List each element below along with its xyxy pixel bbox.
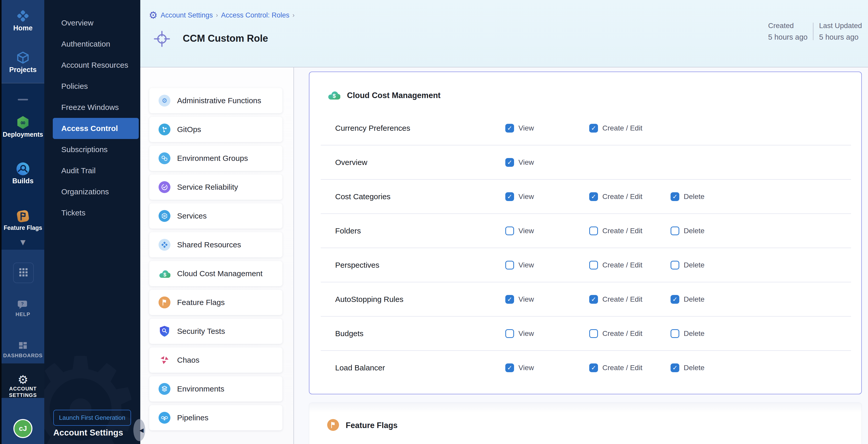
feature-flags-icon xyxy=(16,209,30,224)
checkbox-checked[interactable]: ✓ xyxy=(589,192,598,201)
checkbox-checked[interactable]: ✓ xyxy=(589,124,598,132)
rail-item-label: Builds xyxy=(2,177,44,185)
resource-card-pipelines[interactable]: Pipelines xyxy=(149,405,282,431)
breadcrumb-link-account-settings[interactable]: Account Settings xyxy=(161,11,213,19)
grid-icon xyxy=(18,267,29,279)
sidebar-item-freeze-windows[interactable]: Freeze Windows xyxy=(44,97,140,118)
svg-text:∞: ∞ xyxy=(20,119,26,126)
sidebar-item-audit-trail[interactable]: Audit Trail xyxy=(44,160,140,181)
checkbox-unchecked[interactable] xyxy=(671,261,679,269)
rail-item-feature-flags[interactable]: Feature Flags xyxy=(2,209,44,231)
resource-card-service-reliability[interactable]: Service Reliability xyxy=(149,175,282,200)
resource-card-environments[interactable]: Environments xyxy=(149,376,282,402)
resource-label: GitOps xyxy=(177,125,201,134)
svg-text:?: ? xyxy=(21,302,24,306)
checkbox-label: View xyxy=(519,158,534,166)
sidebar-item-overview[interactable]: Overview xyxy=(44,12,140,33)
checkbox-checked[interactable]: ✓ xyxy=(589,363,598,372)
permission-row-overview: Overview✓View xyxy=(321,146,851,180)
sidebar-collapse-button[interactable]: ◀ xyxy=(133,419,145,441)
permission-row-folders: FoldersViewCreate / EditDelete xyxy=(321,214,851,248)
resource-card-environment-groups[interactable]: Environment Groups xyxy=(149,146,282,171)
breadcrumb-link-access-control-roles[interactable]: Access Control: Roles xyxy=(221,11,289,19)
permission-cell-delete: Delete xyxy=(671,261,705,269)
resource-card-chaos[interactable]: Chaos xyxy=(149,347,282,373)
rail-item-account-settings[interactable]: ⚙ ACCOUNT SETTINGS xyxy=(2,374,44,399)
resource-card-gitops[interactable]: GitOps xyxy=(149,117,282,142)
pipelines-icon xyxy=(159,412,170,424)
rail-item-dashboards[interactable]: DASHBOARDS xyxy=(2,340,44,358)
permission-cell-create-edit: Create / Edit xyxy=(589,329,643,338)
sidebar-menu: OverviewAuthenticationAccount ResourcesP… xyxy=(44,12,140,223)
checkbox-checked[interactable]: ✓ xyxy=(505,192,514,201)
rail-item-deployments[interactable]: ∞ Deployments xyxy=(2,115,44,138)
checkbox-checked[interactable]: ✓ xyxy=(671,192,679,201)
resource-label: Services xyxy=(177,212,207,220)
avatar[interactable]: cJ xyxy=(13,419,32,438)
builds-icon xyxy=(16,162,30,177)
checkbox-label: View xyxy=(519,124,534,132)
permission-cell-delete: ✓Delete xyxy=(671,192,705,201)
rail-item-help[interactable]: ? HELP xyxy=(2,299,44,317)
rail-item-label: Projects xyxy=(2,66,44,74)
sidebar-item-account-resources[interactable]: Account Resources xyxy=(44,55,140,76)
resource-label: Environments xyxy=(177,385,224,393)
launch-first-generation-button[interactable]: Launch First Generation xyxy=(53,410,131,426)
rail-item-builds[interactable]: Builds xyxy=(2,162,44,185)
avatar-initials: cJ xyxy=(19,424,27,433)
checkbox-checked[interactable]: ✓ xyxy=(505,124,514,132)
permission-cell-delete: Delete xyxy=(671,329,705,338)
rail-item-label: Feature Flags xyxy=(2,224,44,231)
sidebar-item-subscriptions[interactable]: Subscriptions xyxy=(44,139,140,160)
checkbox-checked[interactable]: ✓ xyxy=(505,363,514,372)
checkbox-unchecked[interactable] xyxy=(671,329,679,338)
resource-list: ⚙Administrative FunctionsGitOpsEnvironme… xyxy=(149,88,282,434)
permission-cell-create-edit: ✓Create / Edit xyxy=(589,295,643,304)
sidebar-item-access-control[interactable]: Access Control xyxy=(53,118,139,139)
chevron-down-icon[interactable]: ▼ xyxy=(2,239,44,246)
rail-item-projects[interactable]: Projects xyxy=(2,51,44,74)
checkbox-unchecked[interactable] xyxy=(589,261,598,269)
checkbox-checked[interactable]: ✓ xyxy=(671,363,679,372)
resource-card-feature-flags[interactable]: Feature Flags xyxy=(149,290,282,315)
sidebar-item-tickets[interactable]: Tickets xyxy=(44,202,140,223)
svg-text:⚙: ⚙ xyxy=(162,97,167,104)
admin-gear-icon: ⚙ xyxy=(159,95,170,106)
permission-cell-create-edit: ✓Create / Edit xyxy=(589,192,643,201)
projects-icon xyxy=(16,51,30,66)
checkbox-unchecked[interactable] xyxy=(671,226,679,235)
meta-divider xyxy=(813,23,813,40)
sidebar-item-organizations[interactable]: Organizations xyxy=(44,181,140,202)
resource-card-services[interactable]: Services xyxy=(149,203,282,228)
checkbox-checked[interactable]: ✓ xyxy=(505,295,514,304)
checkbox-unchecked[interactable] xyxy=(505,226,514,235)
permission-cell-delete: Delete xyxy=(671,226,705,235)
checkbox-label: View xyxy=(519,329,534,338)
permission-cell-create-edit: Create / Edit xyxy=(589,226,643,235)
resource-label: Service Reliability xyxy=(177,183,238,191)
sidebar-item-authentication[interactable]: Authentication xyxy=(44,33,140,55)
resource-card-cloud-cost-management[interactable]: $Cloud Cost Management xyxy=(149,261,282,286)
checkbox-unchecked[interactable] xyxy=(589,329,598,338)
gitops-icon xyxy=(159,124,170,135)
checkbox-checked[interactable]: ✓ xyxy=(505,158,514,167)
resource-card-administrative-functions[interactable]: ⚙Administrative Functions xyxy=(149,88,282,113)
checkbox-unchecked[interactable] xyxy=(505,261,514,269)
checkbox-unchecked[interactable] xyxy=(505,329,514,338)
checkbox-label: Create / Edit xyxy=(602,227,643,235)
permission-row-autostopping-rules: AutoStopping Rules✓View✓Create / Edit✓De… xyxy=(321,282,851,317)
sidebar-item-policies[interactable]: Policies xyxy=(44,76,140,97)
checkbox-label: Create / Edit xyxy=(602,329,643,338)
rail-item-home[interactable]: Home xyxy=(2,9,44,32)
module-rail: Home Projects ∞ Deployments Builds Featu… xyxy=(0,0,44,444)
module-grid-button[interactable] xyxy=(13,262,34,283)
checkbox-unchecked[interactable] xyxy=(589,226,598,235)
resource-card-shared-resources[interactable]: Shared Resources xyxy=(149,232,282,257)
feature-flags-panel: Feature Flags xyxy=(309,403,862,444)
permission-row-label: AutoStopping Rules xyxy=(335,295,403,304)
checkbox-checked[interactable]: ✓ xyxy=(671,295,679,304)
checkbox-checked[interactable]: ✓ xyxy=(589,295,598,304)
rail-item-label: ACCOUNT SETTINGS xyxy=(6,386,40,399)
security-tests-icon xyxy=(159,325,170,337)
resource-card-security-tests[interactable]: Security Tests xyxy=(149,319,282,344)
